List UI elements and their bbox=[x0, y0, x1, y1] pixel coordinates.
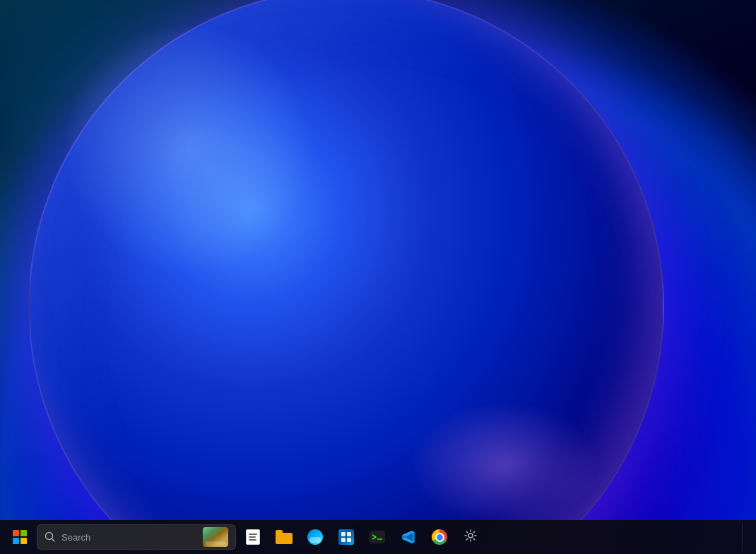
start-button[interactable] bbox=[6, 523, 34, 551]
vscode-icon bbox=[401, 529, 416, 545]
svg-rect-3 bbox=[347, 532, 351, 536]
show-desktop-button[interactable] bbox=[742, 523, 748, 551]
taskbar-icon-terminal[interactable] bbox=[363, 523, 391, 551]
taskbar-icon-note[interactable] bbox=[239, 523, 267, 551]
taskbar-icon-edge[interactable] bbox=[301, 523, 329, 551]
settings-icon bbox=[463, 529, 478, 546]
taskbar-icon-file-explorer[interactable] bbox=[270, 523, 298, 551]
taskbar-icon-store[interactable] bbox=[332, 523, 360, 551]
svg-point-8 bbox=[468, 534, 473, 538]
windows-logo-icon bbox=[13, 530, 27, 544]
search-icon bbox=[45, 531, 56, 543]
svg-rect-5 bbox=[347, 538, 351, 542]
search-bar[interactable]: Search bbox=[37, 524, 236, 550]
terminal-icon bbox=[370, 531, 385, 543]
search-label: Search bbox=[61, 532, 197, 543]
svg-rect-6 bbox=[370, 531, 384, 543]
wallpaper-sphere bbox=[28, 0, 664, 554]
folder-icon bbox=[276, 530, 293, 544]
edge-icon bbox=[307, 529, 323, 545]
taskbar-icon-vscode[interactable] bbox=[394, 523, 423, 551]
svg-rect-4 bbox=[341, 538, 345, 542]
svg-line-1 bbox=[52, 539, 55, 542]
taskbar: Search bbox=[0, 520, 756, 554]
taskbar-icon-chrome[interactable] bbox=[425, 523, 454, 551]
taskbar-right bbox=[742, 523, 750, 551]
note-icon bbox=[246, 529, 260, 545]
svg-rect-2 bbox=[341, 532, 345, 536]
store-icon bbox=[338, 529, 354, 545]
bing-thumbnail bbox=[203, 527, 228, 547]
chrome-icon bbox=[432, 529, 447, 545]
taskbar-icon-settings[interactable] bbox=[456, 523, 485, 551]
desktop: Search bbox=[0, 0, 756, 554]
